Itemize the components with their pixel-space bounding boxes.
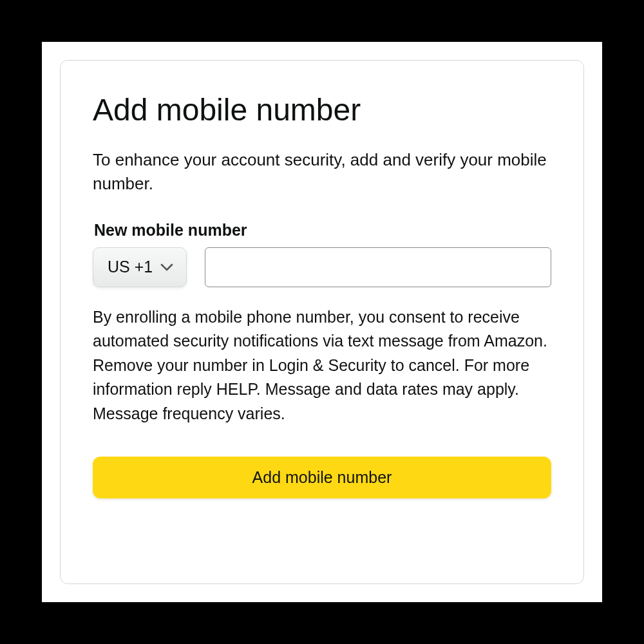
card-subtitle: To enhance your account security, add an… xyxy=(93,148,551,196)
card-title: Add mobile number xyxy=(93,91,551,129)
add-mobile-button[interactable]: Add mobile number xyxy=(93,457,551,498)
mobile-field-label: New mobile number xyxy=(94,221,551,240)
mobile-number-input[interactable] xyxy=(205,247,551,287)
consent-disclaimer: By enrolling a mobile phone number, you … xyxy=(93,305,551,426)
add-mobile-card: Add mobile number To enhance your accoun… xyxy=(60,60,584,584)
country-code-select[interactable]: US +1 xyxy=(93,247,187,287)
country-code-value: US +1 xyxy=(108,258,153,276)
mobile-input-row: US +1 xyxy=(93,247,551,287)
dialog-surface: Add mobile number To enhance your accoun… xyxy=(42,42,602,602)
chevron-down-icon xyxy=(160,263,173,272)
